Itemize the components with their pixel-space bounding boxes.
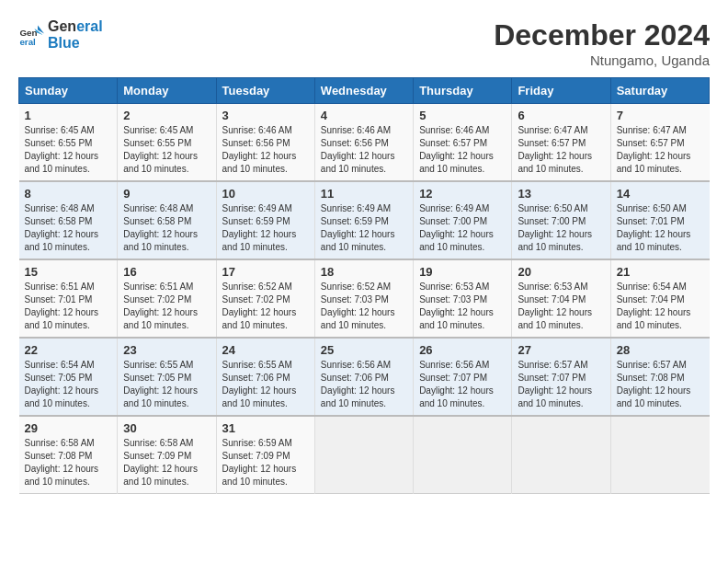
day-detail: Sunrise: 6:58 AMSunset: 7:09 PMDaylight:… bbox=[123, 437, 210, 488]
day-detail: Sunrise: 6:49 AMSunset: 6:59 PMDaylight:… bbox=[321, 202, 407, 254]
day-number: 23 bbox=[123, 343, 210, 357]
calendar-cell: 5Sunrise: 6:46 AMSunset: 6:57 PMDaylight… bbox=[414, 104, 512, 182]
day-detail: Sunrise: 6:46 AMSunset: 6:57 PMDaylight:… bbox=[419, 124, 506, 176]
day-number: 22 bbox=[25, 343, 112, 357]
day-detail: Sunrise: 6:54 AMSunset: 7:05 PMDaylight:… bbox=[25, 359, 112, 410]
day-number: 15 bbox=[25, 265, 112, 279]
calendar-cell: 23Sunrise: 6:55 AMSunset: 7:05 PMDayligh… bbox=[118, 338, 216, 416]
day-detail: Sunrise: 6:55 AMSunset: 7:06 PMDaylight:… bbox=[222, 359, 309, 410]
calendar-cell: 15Sunrise: 6:51 AMSunset: 7:01 PMDayligh… bbox=[19, 259, 118, 338]
calendar-cell: 22Sunrise: 6:54 AMSunset: 7:05 PMDayligh… bbox=[19, 338, 118, 416]
day-detail: Sunrise: 6:48 AMSunset: 6:58 PMDaylight:… bbox=[123, 202, 210, 254]
calendar-cell bbox=[512, 416, 610, 494]
day-number: 18 bbox=[321, 265, 407, 279]
day-number: 25 bbox=[321, 343, 407, 357]
day-number: 27 bbox=[518, 343, 604, 357]
location: Ntungamo, Uganda bbox=[494, 52, 710, 68]
day-detail: Sunrise: 6:57 AMSunset: 7:08 PMDaylight:… bbox=[617, 359, 704, 410]
day-number: 6 bbox=[518, 109, 604, 122]
day-number: 14 bbox=[617, 187, 704, 201]
day-number: 9 bbox=[123, 187, 210, 201]
header-monday: Monday bbox=[118, 78, 216, 104]
calendar-cell: 16Sunrise: 6:51 AMSunset: 7:02 PMDayligh… bbox=[118, 259, 216, 338]
day-detail: Sunrise: 6:46 AMSunset: 6:56 PMDaylight:… bbox=[222, 124, 309, 176]
day-detail: Sunrise: 6:54 AMSunset: 7:04 PMDaylight:… bbox=[617, 281, 704, 332]
calendar-cell: 7Sunrise: 6:47 AMSunset: 6:57 PMDaylight… bbox=[610, 104, 709, 182]
header-saturday: Saturday bbox=[610, 78, 709, 104]
day-detail: Sunrise: 6:53 AMSunset: 7:04 PMDaylight:… bbox=[518, 281, 604, 332]
calendar-cell: 20Sunrise: 6:53 AMSunset: 7:04 PMDayligh… bbox=[512, 259, 610, 338]
calendar-cell: 3Sunrise: 6:46 AMSunset: 6:56 PMDaylight… bbox=[216, 104, 314, 182]
day-number: 24 bbox=[222, 343, 309, 357]
calendar-cell: 1Sunrise: 6:45 AMSunset: 6:55 PMDaylight… bbox=[19, 104, 118, 182]
calendar-cell: 10Sunrise: 6:49 AMSunset: 6:59 PMDayligh… bbox=[216, 181, 314, 259]
day-detail: Sunrise: 6:51 AMSunset: 7:01 PMDaylight:… bbox=[25, 281, 112, 332]
day-number: 7 bbox=[617, 109, 704, 122]
calendar-cell: 27Sunrise: 6:57 AMSunset: 7:07 PMDayligh… bbox=[512, 338, 610, 416]
day-detail: Sunrise: 6:48 AMSunset: 6:58 PMDaylight:… bbox=[25, 202, 112, 254]
day-number: 29 bbox=[25, 421, 112, 435]
calendar-table: SundayMondayTuesdayWednesdayThursdayFrid… bbox=[18, 77, 710, 494]
calendar-header-row: SundayMondayTuesdayWednesdayThursdayFrid… bbox=[19, 78, 710, 104]
day-detail: Sunrise: 6:51 AMSunset: 7:02 PMDaylight:… bbox=[123, 281, 210, 332]
day-number: 8 bbox=[25, 187, 112, 201]
header-thursday: Thursday bbox=[414, 78, 512, 104]
header-sunday: Sunday bbox=[19, 78, 118, 104]
calendar-week-row: 1Sunrise: 6:45 AMSunset: 6:55 PMDaylight… bbox=[19, 104, 710, 182]
calendar-week-row: 8Sunrise: 6:48 AMSunset: 6:58 PMDaylight… bbox=[19, 181, 710, 259]
day-detail: Sunrise: 6:52 AMSunset: 7:03 PMDaylight:… bbox=[321, 281, 407, 332]
calendar-cell: 12Sunrise: 6:49 AMSunset: 7:00 PMDayligh… bbox=[414, 181, 512, 259]
day-number: 30 bbox=[123, 421, 210, 435]
day-number: 5 bbox=[419, 109, 506, 122]
day-detail: Sunrise: 6:59 AMSunset: 7:09 PMDaylight:… bbox=[222, 437, 309, 488]
day-number: 4 bbox=[321, 109, 407, 122]
calendar-cell: 28Sunrise: 6:57 AMSunset: 7:08 PMDayligh… bbox=[610, 338, 709, 416]
month-title: December 2024 bbox=[494, 18, 710, 52]
day-detail: Sunrise: 6:45 AMSunset: 6:55 PMDaylight:… bbox=[25, 124, 112, 176]
calendar-cell: 17Sunrise: 6:52 AMSunset: 7:02 PMDayligh… bbox=[216, 259, 314, 338]
day-detail: Sunrise: 6:56 AMSunset: 7:06 PMDaylight:… bbox=[321, 359, 407, 410]
day-number: 2 bbox=[123, 109, 210, 122]
calendar-cell: 4Sunrise: 6:46 AMSunset: 6:56 PMDaylight… bbox=[314, 104, 413, 182]
calendar-cell: 21Sunrise: 6:54 AMSunset: 7:04 PMDayligh… bbox=[610, 259, 709, 338]
calendar-cell: 6Sunrise: 6:47 AMSunset: 6:57 PMDaylight… bbox=[512, 104, 610, 182]
header-friday: Friday bbox=[512, 78, 610, 104]
calendar-cell: 13Sunrise: 6:50 AMSunset: 7:00 PMDayligh… bbox=[512, 181, 610, 259]
calendar-cell: 2Sunrise: 6:45 AMSunset: 6:55 PMDaylight… bbox=[118, 104, 216, 182]
calendar-cell: 11Sunrise: 6:49 AMSunset: 6:59 PMDayligh… bbox=[314, 181, 413, 259]
day-detail: Sunrise: 6:50 AMSunset: 7:01 PMDaylight:… bbox=[617, 202, 704, 254]
day-number: 31 bbox=[222, 421, 309, 435]
day-number: 21 bbox=[617, 265, 704, 279]
day-detail: Sunrise: 6:56 AMSunset: 7:07 PMDaylight:… bbox=[419, 359, 506, 410]
day-number: 17 bbox=[222, 265, 309, 279]
day-detail: Sunrise: 6:52 AMSunset: 7:02 PMDaylight:… bbox=[222, 281, 309, 332]
day-detail: Sunrise: 6:57 AMSunset: 7:07 PMDaylight:… bbox=[518, 359, 604, 410]
day-detail: Sunrise: 6:47 AMSunset: 6:57 PMDaylight:… bbox=[617, 124, 704, 176]
calendar-cell: 24Sunrise: 6:55 AMSunset: 7:06 PMDayligh… bbox=[216, 338, 314, 416]
calendar-cell: 29Sunrise: 6:58 AMSunset: 7:08 PMDayligh… bbox=[19, 416, 118, 494]
page-header: Gen eral General Blue December 2024 Ntun… bbox=[18, 18, 710, 68]
calendar-week-row: 15Sunrise: 6:51 AMSunset: 7:01 PMDayligh… bbox=[19, 259, 710, 338]
calendar-cell: 19Sunrise: 6:53 AMSunset: 7:03 PMDayligh… bbox=[414, 259, 512, 338]
day-number: 28 bbox=[617, 343, 704, 357]
calendar-cell: 8Sunrise: 6:48 AMSunset: 6:58 PMDaylight… bbox=[19, 181, 118, 259]
calendar-week-row: 29Sunrise: 6:58 AMSunset: 7:08 PMDayligh… bbox=[19, 416, 710, 494]
day-detail: Sunrise: 6:58 AMSunset: 7:08 PMDaylight:… bbox=[25, 437, 112, 488]
calendar-cell: 14Sunrise: 6:50 AMSunset: 7:01 PMDayligh… bbox=[610, 181, 709, 259]
calendar-cell: 31Sunrise: 6:59 AMSunset: 7:09 PMDayligh… bbox=[216, 416, 314, 494]
day-detail: Sunrise: 6:49 AMSunset: 7:00 PMDaylight:… bbox=[419, 202, 506, 254]
calendar-cell bbox=[314, 416, 413, 494]
day-detail: Sunrise: 6:55 AMSunset: 7:05 PMDaylight:… bbox=[123, 359, 210, 410]
day-number: 13 bbox=[518, 187, 604, 201]
svg-text:eral: eral bbox=[19, 37, 36, 47]
day-number: 1 bbox=[25, 109, 112, 122]
day-detail: Sunrise: 6:50 AMSunset: 7:00 PMDaylight:… bbox=[518, 202, 604, 254]
day-detail: Sunrise: 6:49 AMSunset: 6:59 PMDaylight:… bbox=[222, 202, 309, 254]
calendar-week-row: 22Sunrise: 6:54 AMSunset: 7:05 PMDayligh… bbox=[19, 338, 710, 416]
day-number: 20 bbox=[518, 265, 604, 279]
header-tuesday: Tuesday bbox=[216, 78, 314, 104]
day-number: 16 bbox=[123, 265, 210, 279]
day-detail: Sunrise: 6:53 AMSunset: 7:03 PMDaylight:… bbox=[419, 281, 506, 332]
calendar-cell bbox=[610, 416, 709, 494]
day-number: 19 bbox=[419, 265, 506, 279]
